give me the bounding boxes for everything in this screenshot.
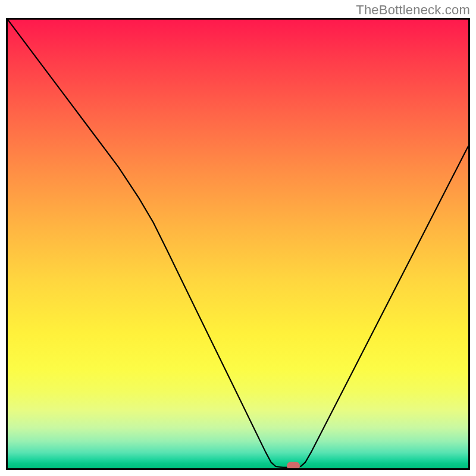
plot-frame — [6, 18, 470, 470]
watermark-text: TheBottleneck.com — [356, 2, 470, 18]
bottleneck-curve — [8, 20, 468, 468]
chart-container: TheBottleneck.com — [0, 0, 476, 476]
optimal-point-marker — [287, 462, 300, 470]
